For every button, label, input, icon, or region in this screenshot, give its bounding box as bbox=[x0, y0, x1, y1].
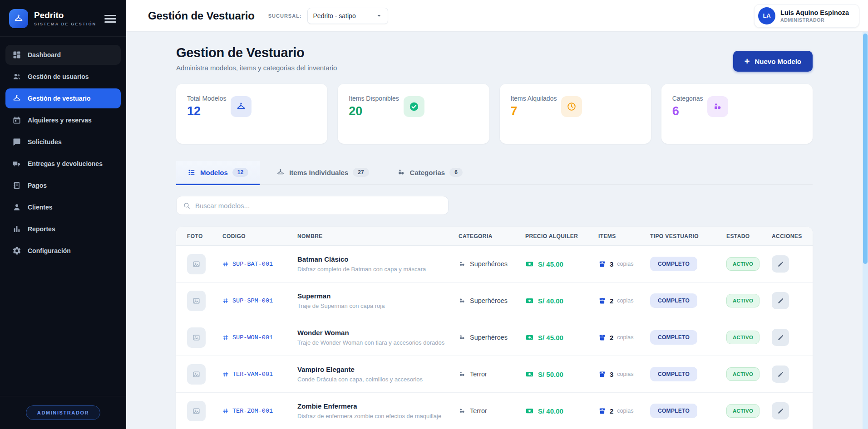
tab-modelos[interactable]: Modelos 12 bbox=[176, 161, 260, 185]
tab-items-individuales[interactable]: Items Individuales 27 bbox=[265, 161, 380, 185]
stat-value: 20 bbox=[349, 104, 399, 118]
app-window: Pedrito SISTEMA DE GESTIÓN Dashboard Ges… bbox=[0, 0, 868, 429]
stat-card-categorias: Categorias 6 bbox=[661, 84, 813, 144]
gear-icon bbox=[12, 246, 21, 255]
column-header: ITEMS bbox=[598, 233, 650, 239]
stat-card-total-modelos: Total Modelos 12 bbox=[176, 84, 327, 144]
status-badge: ACTIVO bbox=[726, 257, 760, 271]
sidebar-item-dashboard[interactable]: Dashboard bbox=[5, 45, 121, 65]
stat-label: Items Disponibles bbox=[349, 95, 399, 102]
edit-button[interactable] bbox=[772, 292, 789, 309]
search-icon bbox=[183, 202, 191, 210]
tab-bar: Modelos 12 Items Individuales 27 Categor… bbox=[176, 161, 813, 185]
shapes-icon bbox=[459, 370, 466, 378]
table-header-row: FOTO CODIGO NOMBRE CATEGORIA PRECIO ALQU… bbox=[176, 227, 813, 246]
plus-icon: + bbox=[745, 57, 750, 66]
calendar-icon bbox=[12, 116, 21, 125]
sidebar-item-label: Entregas y devoluciones bbox=[28, 160, 103, 167]
image-icon bbox=[192, 297, 200, 305]
image-icon bbox=[192, 370, 200, 378]
shapes-icon bbox=[397, 168, 405, 176]
box-icon bbox=[598, 370, 606, 378]
banknote-icon bbox=[525, 297, 534, 305]
bar-chart-icon bbox=[12, 224, 21, 234]
model-description: Conde Drácula con capa, colmillos y acce… bbox=[297, 376, 459, 383]
column-header: PRECIO ALQUILER bbox=[525, 233, 598, 239]
branch-select[interactable]: Pedrito - satipo bbox=[307, 8, 388, 24]
search-input[interactable] bbox=[195, 202, 442, 210]
shapes-icon bbox=[707, 96, 728, 117]
avatar: LA bbox=[758, 7, 775, 24]
hash-icon bbox=[222, 297, 229, 304]
role-badge: ADMINISTRADOR bbox=[26, 405, 100, 420]
image-icon bbox=[192, 407, 200, 415]
sidebar-item-reportes[interactable]: Reportes bbox=[5, 219, 121, 239]
scrollbar-track[interactable] bbox=[863, 32, 868, 429]
column-header: NOMBRE bbox=[297, 233, 459, 239]
items-cell: 2copias bbox=[598, 334, 650, 341]
type-badge: COMPLETO bbox=[650, 404, 697, 418]
price-cell: S/ 45.00 bbox=[525, 333, 598, 342]
truck-icon bbox=[12, 159, 21, 168]
sidebar-item-pagos[interactable]: Pagos bbox=[5, 176, 121, 195]
items-cell: 2copias bbox=[598, 297, 650, 305]
type-badge: COMPLETO bbox=[650, 330, 697, 345]
sidebar-item-label: Solicitudes bbox=[28, 138, 62, 146]
type-badge: COMPLETO bbox=[650, 367, 697, 381]
model-description: Disfraz de enfermera zombie con efectos … bbox=[297, 413, 459, 419]
sidebar-footer: ADMINISTRADOR bbox=[0, 396, 126, 429]
topbar-title: Gestión de Vestuario bbox=[148, 10, 255, 22]
banknote-icon bbox=[525, 407, 534, 415]
column-header: TIPO VESTUARIO bbox=[650, 233, 726, 239]
type-badge: COMPLETO bbox=[650, 293, 697, 308]
hanger-icon bbox=[12, 94, 21, 103]
status-badge: ACTIVO bbox=[726, 294, 760, 307]
table-row: TER-VAM-001 Vampiro EleganteConde Drácul… bbox=[176, 356, 813, 393]
sidebar-item-entregas[interactable]: Entregas y devoluciones bbox=[5, 154, 121, 174]
box-icon bbox=[598, 260, 606, 268]
page-title: Gestion de Vestuario bbox=[176, 45, 337, 60]
sidebar-item-alquileres[interactable]: Alquileres y reservas bbox=[5, 110, 121, 130]
tab-categorias[interactable]: Categorias 6 bbox=[386, 161, 474, 185]
new-model-button[interactable]: + Nuevo Modelo bbox=[733, 51, 813, 72]
table-row: SUP-SPM-001 SupermanTraje de Superman co… bbox=[176, 283, 813, 319]
sidebar-item-clientes[interactable]: Clientes bbox=[5, 197, 121, 217]
sidebar-item-label: Alquileres y reservas bbox=[28, 117, 92, 124]
photo-placeholder bbox=[187, 291, 206, 311]
stat-label: Items Alquilados bbox=[511, 95, 557, 102]
model-name: Vampiro Elegante bbox=[297, 366, 459, 373]
chat-icon bbox=[12, 137, 21, 146]
sidebar-item-label: Dashboard bbox=[28, 51, 61, 58]
edit-button[interactable] bbox=[772, 366, 789, 383]
scrollbar-thumb[interactable] bbox=[863, 34, 868, 264]
column-header: CATEGORIA bbox=[459, 233, 525, 239]
model-name: Wonder Woman bbox=[297, 329, 459, 336]
stat-value: 12 bbox=[187, 104, 226, 118]
sidebar-item-gestion-usuarios[interactable]: Gestión de usuarios bbox=[5, 67, 121, 87]
model-code: SUP-SPM-001 bbox=[222, 297, 297, 304]
user-name: Luis Aquino Espinoza bbox=[780, 9, 849, 16]
model-name: Superman bbox=[297, 292, 459, 300]
pencil-icon bbox=[777, 371, 784, 378]
stat-card-items-alquilados: Items Alquilados 7 bbox=[500, 84, 651, 144]
sidebar-item-gestion-vestuario[interactable]: Gestión de vestuario bbox=[5, 88, 121, 108]
edit-button[interactable] bbox=[772, 402, 789, 419]
sidebar-item-configuracion[interactable]: Configuración bbox=[5, 241, 121, 261]
table-row: TER-ZOM-001 Zombie EnfermeraDisfraz de e… bbox=[176, 393, 813, 429]
user-menu[interactable]: LA Luis Aquino Espinoza ADMINISTRADOR bbox=[754, 4, 859, 28]
tab-count-badge: 12 bbox=[232, 168, 248, 177]
menu-toggle-icon[interactable] bbox=[104, 13, 116, 24]
items-cell: 3copias bbox=[598, 370, 650, 378]
model-code: TER-ZOM-001 bbox=[222, 408, 297, 414]
pencil-icon bbox=[777, 297, 784, 304]
price-cell: S/ 45.00 bbox=[525, 260, 598, 268]
box-icon bbox=[598, 407, 606, 415]
edit-button[interactable] bbox=[772, 329, 789, 346]
edit-button[interactable] bbox=[772, 255, 789, 273]
hanger-icon bbox=[231, 96, 252, 117]
image-icon bbox=[192, 260, 200, 268]
type-badge: COMPLETO bbox=[650, 257, 697, 271]
topbar: Gestión de Vestuario SUCURSAL: Pedrito -… bbox=[126, 0, 868, 32]
model-name: Batman Clásico bbox=[297, 255, 459, 263]
sidebar-item-solicitudes[interactable]: Solicitudes bbox=[5, 132, 121, 152]
